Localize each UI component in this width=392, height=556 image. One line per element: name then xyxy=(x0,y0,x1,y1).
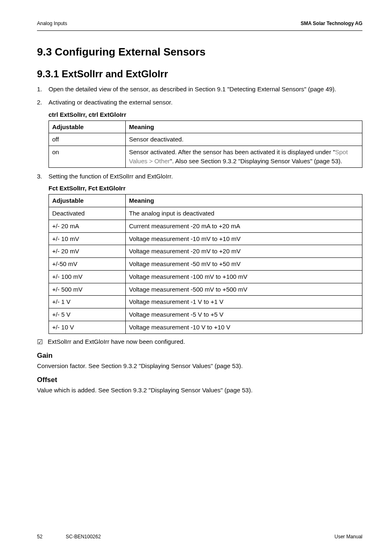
cell: +/- 1 V xyxy=(49,296,126,308)
cell: Deactivated xyxy=(49,207,126,220)
running-header: Analog Inputs SMA Solar Technology AG xyxy=(37,21,362,26)
cell: Voltage measurement -5 V to +5 V xyxy=(126,308,362,321)
step-1: Open the detailed view of the sensor, as… xyxy=(37,85,362,94)
header-right: SMA Solar Technology AG xyxy=(301,21,362,26)
table-header-adjustable: Adjustable xyxy=(49,120,126,133)
table-row: +/- 100 mVVoltage measurement -100 mV to… xyxy=(49,270,362,283)
table-row: +/- 20 mACurrent measurement -20 mA to +… xyxy=(49,220,362,232)
header-left: Analog Inputs xyxy=(37,21,67,26)
offset-body: Value which is added. See Section 9.3.2 … xyxy=(37,386,362,395)
cell: Current measurement -20 mA to +20 mA xyxy=(126,220,362,232)
header-rule xyxy=(37,30,362,31)
table-row: +/- 1 VVoltage measurement -1 V to +1 V xyxy=(49,296,362,308)
result-line: ☑ ExtSolIrr and ExtGloIrr have now been … xyxy=(37,338,362,346)
table-row: +/- 20 mVVoltage measurement -20 mV to +… xyxy=(49,245,362,258)
page: Analog Inputs SMA Solar Technology AG 9.… xyxy=(0,0,392,556)
table-header-adjustable: Adjustable xyxy=(49,195,126,207)
section-9-3-title: 9.3 Configuring External Sensors xyxy=(37,46,362,58)
gain-heading: Gain xyxy=(37,352,362,360)
cell-on-post: ". Also see Section 9.3.2 "Displaying Se… xyxy=(170,158,342,164)
doc-id: SC-BEN100262 xyxy=(66,534,101,540)
steps-list-1: Open the detailed view of the sensor, as… xyxy=(37,85,362,107)
cell: Voltage measurement -10 V to +10 V xyxy=(126,321,362,334)
cell: +/- 10 V xyxy=(49,321,126,334)
cell: +/- 500 mV xyxy=(49,283,126,296)
table-row: off Sensor deactivated. xyxy=(49,133,362,146)
table-row: +/- 10 VVoltage measurement -10 V to +10… xyxy=(49,321,362,334)
cell: The analog input is deactivated xyxy=(126,207,362,220)
table-ctrl: Adjustable Meaning off Sensor deactivate… xyxy=(48,120,362,168)
cell: Voltage measurement -500 mV to +500 mV xyxy=(126,283,362,296)
steps-list-2: Setting the function of ExtSolIrr and Ex… xyxy=(37,172,362,181)
cell: Voltage measurement -1 V to +1 V xyxy=(126,296,362,308)
cell: +/- 20 mA xyxy=(49,220,126,232)
table-row: +/-50 mVVoltage measurement -50 mV to +5… xyxy=(49,258,362,271)
cell: +/-50 mV xyxy=(49,258,126,271)
cell: Voltage measurement -100 mV to +100 mV xyxy=(126,270,362,283)
footer-right: User Manual xyxy=(334,534,362,540)
table-row: +/- 10 mVVoltage measurement -10 mV to +… xyxy=(49,232,362,245)
table-header-meaning: Meaning xyxy=(126,120,362,133)
gain-body: Conversion factor. See Section 9.3.2 "Di… xyxy=(37,361,362,371)
cell: Voltage measurement -50 mV to +50 mV xyxy=(126,258,362,271)
cell-on-meaning: Sensor activated. After the sensor has b… xyxy=(126,146,362,168)
cell-off-meaning: Sensor deactivated. xyxy=(126,133,362,146)
section-9-3-1-title: 9.3.1 ExtSolIrr and ExtGloIrr xyxy=(37,68,362,80)
offset-heading: Offset xyxy=(37,376,362,384)
cell: Voltage measurement -10 mV to +10 mV xyxy=(126,232,362,245)
cell-on: on xyxy=(49,146,126,168)
table-row: Adjustable Meaning xyxy=(49,195,362,207)
page-number: 52 xyxy=(37,534,42,540)
cell-on-pre: Sensor activated. After the sensor has b… xyxy=(129,148,335,155)
step-2: Activating or deactivating the external … xyxy=(37,98,362,107)
cell: +/- 5 V xyxy=(49,308,126,321)
cell: +/- 10 mV xyxy=(49,232,126,245)
table-row: +/- 500 mVVoltage measurement -500 mV to… xyxy=(49,283,362,296)
table-row: on Sensor activated. After the sensor ha… xyxy=(49,146,362,168)
cell: Voltage measurement -20 mV to +20 mV xyxy=(126,245,362,258)
table-row: DeactivatedThe analog input is deactivat… xyxy=(49,207,362,220)
checkmark-icon: ☑ xyxy=(37,338,43,346)
result-text: ExtSolIrr and ExtGloIrr have now been co… xyxy=(48,338,185,345)
table-header-meaning: Meaning xyxy=(126,195,362,207)
cell: +/- 100 mV xyxy=(49,270,126,283)
table-fct: Adjustable Meaning DeactivatedThe analog… xyxy=(48,194,362,334)
param-ctrl-heading: ctrl ExtSolIrr, ctrl ExtGloIrr xyxy=(48,111,362,118)
cell-off: off xyxy=(49,133,126,146)
cell: +/- 20 mV xyxy=(49,245,126,258)
param-fct-heading: Fct ExtSolIrr, Fct ExtGloIrr xyxy=(48,185,362,192)
footer: 52 SC-BEN100262 User Manual xyxy=(37,534,362,540)
table-row: Adjustable Meaning xyxy=(49,120,362,133)
table-row: +/- 5 VVoltage measurement -5 V to +5 V xyxy=(49,308,362,321)
step-3: Setting the function of ExtSolIrr and Ex… xyxy=(37,172,362,181)
